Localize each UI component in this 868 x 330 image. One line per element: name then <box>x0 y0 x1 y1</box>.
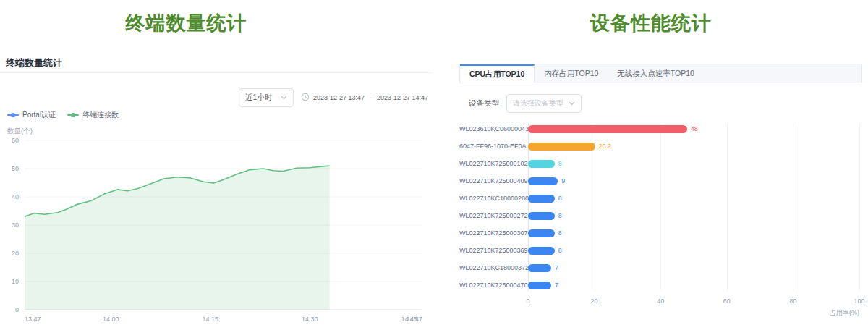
bar-value-label: 48 <box>691 125 698 133</box>
x-tick-label: 40 <box>657 297 664 305</box>
value-bar <box>528 212 555 220</box>
bar-value-label: 8 <box>558 212 562 220</box>
bar-value-label: 20.2 <box>599 143 612 151</box>
svg-text:13:47: 13:47 <box>25 316 41 323</box>
bar-row: WL022710KC180003727 <box>459 259 859 276</box>
svg-text:60: 60 <box>12 137 19 144</box>
value-bar <box>528 264 551 272</box>
svg-text:40: 40 <box>12 193 19 200</box>
bar-track: 9 <box>528 177 859 185</box>
bar-value-label: 8 <box>558 195 562 203</box>
device-name-label: WL022710K725000102 <box>459 160 528 167</box>
legend-marker-icon <box>67 112 79 118</box>
value-bar <box>528 195 555 203</box>
bar-track: 8 <box>528 229 859 237</box>
bar-value-label: 8 <box>558 247 562 255</box>
svg-text:14:00: 14:00 <box>103 316 119 323</box>
device-performance-section: 设备性能统计 CPU占用TOP10内存占用TOP10无线接入点速率TOP10 设… <box>434 0 868 330</box>
bar-row: WL022710K7250004099 <box>459 172 859 190</box>
device-type-filter: 设备类型 请选择设备类型 <box>469 94 582 113</box>
bar-track: 7 <box>528 264 859 272</box>
device-name-label: WL022710K725000272 <box>459 212 528 219</box>
bar-track: 7 <box>528 282 859 289</box>
tab-cpu-top10[interactable]: CPU占用TOP10 <box>460 64 535 82</box>
bar-track: 8 <box>528 160 859 168</box>
bar-xticks: 020406080100 <box>528 297 859 306</box>
tab-memory-top10[interactable]: 内存占用TOP10 <box>535 64 608 82</box>
y-axis-title: 数量(个) <box>7 127 33 136</box>
value-bar <box>528 229 555 237</box>
x-tick-label: 20 <box>591 297 598 305</box>
x-tick-label: 100 <box>854 297 864 305</box>
device-type-select[interactable]: 请选择设备类型 <box>506 94 582 113</box>
legend-item[interactable]: 终端连接数 <box>67 110 119 120</box>
bar-track: 8 <box>528 247 859 255</box>
value-bar <box>528 160 555 168</box>
device-name-label: WL022710K725000307 <box>459 229 528 237</box>
time-range-value: 近1小时 <box>245 93 272 103</box>
clock-icon <box>301 93 310 103</box>
x-tick-label: 60 <box>723 297 731 305</box>
terminal-line-chart: 010203040506013:4714:0014:1514:3014:4514… <box>6 136 428 326</box>
chevron-down-icon <box>281 96 287 100</box>
legend-label: 终端连接数 <box>82 110 119 120</box>
date-end: 2023-12-27 14:47 <box>377 94 428 101</box>
x-tick-label: 80 <box>789 297 796 305</box>
svg-text:20: 20 <box>12 250 19 257</box>
performance-tabs: CPU占用TOP10内存占用TOP10无线接入点速率TOP10 <box>459 64 862 83</box>
chart-legend: Portal认证终端连接数 <box>7 110 119 120</box>
bar-rows: WL023610KC06000043486047-FF96-1070-EF0A2… <box>459 120 859 294</box>
device-name-label: WL022710KC18000372 <box>459 264 528 271</box>
x-tick-label: 0 <box>526 297 529 305</box>
date-range-picker[interactable]: 2023-12-27 13:47 - 2023-12-27 14:47 <box>301 93 428 103</box>
device-name-label: WL022710K725000369 <box>459 247 528 254</box>
legend-label: Portal认证 <box>22 110 56 120</box>
bar-track: 48 <box>528 125 859 133</box>
bar-value-label: 7 <box>555 282 558 289</box>
bar-track: 8 <box>528 212 859 220</box>
bar-value-label: 9 <box>561 177 565 185</box>
svg-text:10: 10 <box>12 278 19 285</box>
device-name-label: 6047-FF96-1070-EF0A <box>459 143 528 150</box>
terminal-count-section: 终端数量统计 终端数量统计 近1小时 2023-12-27 13:47 - 20… <box>0 0 434 330</box>
device-name-label: WL022710KC18000280 <box>459 195 528 202</box>
svg-text:14:15: 14:15 <box>202 316 218 323</box>
svg-text:14:30: 14:30 <box>302 316 318 323</box>
bar-track: 8 <box>528 195 859 203</box>
bar-row: WL022710KC180002808 <box>459 190 859 207</box>
date-separator: - <box>370 94 372 101</box>
svg-text:50: 50 <box>12 165 19 172</box>
terminal-section-title: 终端数量统计 <box>0 10 373 36</box>
dashboard: 终端数量统计 终端数量统计 近1小时 2023-12-27 13:47 - 20… <box>0 0 868 330</box>
bar-row: WL023610KC0600004348 <box>459 120 859 138</box>
bar-row: WL022710K7250003078 <box>459 224 859 242</box>
svg-text:0: 0 <box>15 306 19 313</box>
value-bar <box>528 282 551 289</box>
svg-text:14:47: 14:47 <box>406 316 422 323</box>
bar-track: 20.2 <box>528 143 859 151</box>
bar-row: WL022710K7250002728 <box>459 207 859 224</box>
bar-row: WL022710K7250001028 <box>459 155 859 172</box>
value-bar <box>528 247 555 255</box>
bar-value-label: 8 <box>558 229 562 237</box>
date-start: 2023-12-27 13:47 <box>313 94 365 101</box>
value-bar <box>528 125 687 133</box>
x-axis-title: 占用率(%) <box>459 308 859 318</box>
panel-divider <box>0 72 433 73</box>
value-bar <box>528 143 595 151</box>
chevron-down-icon <box>569 101 575 106</box>
value-bar <box>528 177 558 185</box>
time-range-select[interactable]: 近1小时 <box>239 88 294 107</box>
terminal-panel-title: 终端数量统计 <box>6 56 62 69</box>
bar-row: WL022710K7250003698 <box>459 242 859 259</box>
legend-marker-icon <box>7 112 19 118</box>
device-name-label: WL022710K725000409 <box>459 177 528 185</box>
tab-wireless-rate-top10[interactable]: 无线接入点速率TOP10 <box>608 64 704 82</box>
svg-text:30: 30 <box>12 221 19 229</box>
time-filter-row: 近1小时 2023-12-27 13:47 - 2023-12-27 14:47 <box>239 88 428 107</box>
device-name-label: WL022710K725000470 <box>459 282 528 289</box>
bar-value-label: 8 <box>558 160 562 168</box>
bar-value-label: 7 <box>555 264 558 272</box>
bar-row: WL022710K7250004707 <box>459 276 859 294</box>
legend-item[interactable]: Portal认证 <box>7 110 56 120</box>
